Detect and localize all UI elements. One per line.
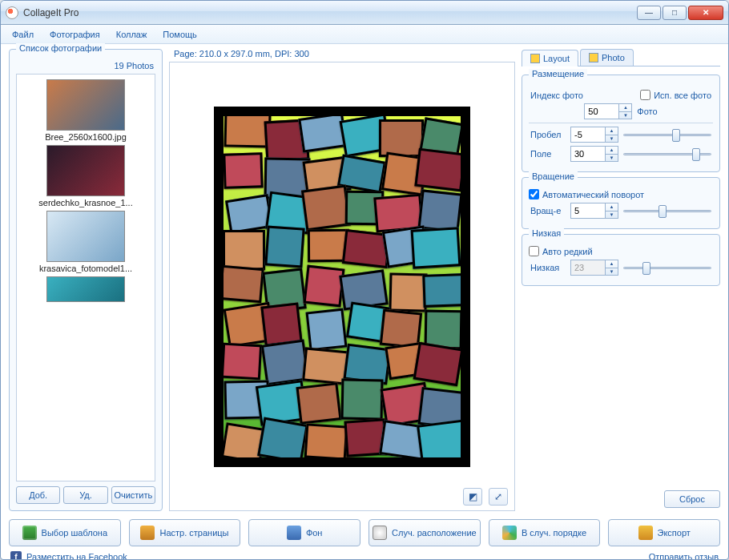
gap-input[interactable] <box>570 127 606 143</box>
tab-layout[interactable]: Layout <box>522 50 578 66</box>
background-icon <box>287 526 301 540</box>
spinner[interactable]: ▲▼ <box>606 203 618 219</box>
rotation-input[interactable] <box>570 203 606 219</box>
spinner[interactable]: ▲▼ <box>606 146 618 162</box>
page-info: Page: 210.0 x 297.0 mm, DPI: 300 <box>169 49 515 62</box>
facebook-icon: f <box>10 551 22 560</box>
sparse-input <box>570 260 606 276</box>
thumbnail-name: krasavica_fotomodel1... <box>18 264 153 273</box>
auto-sparse-checkbox[interactable]: Авто редкий <box>529 246 713 256</box>
collage-tile[interactable] <box>417 419 469 465</box>
app-window: CollageIt Pro — □ ✕ Файл Фотография Колл… <box>0 0 729 560</box>
spinner[interactable]: ▲▼ <box>606 127 618 143</box>
page-icon <box>140 526 155 540</box>
fit-icon[interactable]: ⤢ <box>489 488 508 506</box>
sparse-label: Низкая <box>530 263 566 272</box>
shuffle-button[interactable]: В случ. порядке <box>489 519 601 546</box>
collage-tile[interactable] <box>304 424 347 461</box>
add-button[interactable]: Доб. <box>16 486 60 504</box>
menu-collage[interactable]: Коллаж <box>110 28 154 41</box>
reset-button[interactable]: Сброс <box>664 490 720 508</box>
page-setup-button[interactable]: Настр. страницы <box>129 519 241 546</box>
crop-icon[interactable]: ◩ <box>463 488 482 506</box>
spinner[interactable]: ▲▼ <box>619 103 632 119</box>
photo-icon <box>589 53 598 62</box>
collage-canvas[interactable] <box>214 107 470 467</box>
canvas-area: ◩ ⤢ <box>169 62 515 511</box>
sparse-legend: Низкая <box>529 228 564 238</box>
collage-tile[interactable] <box>264 225 304 268</box>
list-item[interactable] <box>18 276 153 302</box>
collage-tile[interactable] <box>298 112 347 153</box>
layout-icon <box>530 54 540 63</box>
collage-tile[interactable] <box>389 273 428 312</box>
collage-tile[interactable] <box>221 343 262 381</box>
maximize-button[interactable]: □ <box>663 6 687 20</box>
random-layout-button[interactable]: Случ. расположение <box>369 519 481 546</box>
index-stepper[interactable]: ▲▼ <box>584 103 632 119</box>
auto-rotate-checkbox[interactable]: Автоматический поворот <box>529 189 713 199</box>
app-title: CollageIt Pro <box>23 7 79 18</box>
thumbnail <box>46 79 125 131</box>
template-button[interactable]: Выбор шаблона <box>9 519 121 546</box>
minimize-button[interactable]: — <box>637 6 661 20</box>
delete-button[interactable]: Уд. <box>63 486 107 504</box>
thumbnail-name: Bree_2560x1600.jpg <box>18 132 153 142</box>
index-input[interactable] <box>584 103 619 119</box>
photolist-scroll[interactable]: Bree_2560x1600.jpg serdechko_krasnoe_1..… <box>16 74 155 481</box>
collage-tile[interactable] <box>341 378 384 420</box>
thumbnail <box>46 211 125 262</box>
thumbnail <box>46 276 125 302</box>
collage-tile[interactable] <box>223 230 265 270</box>
use-all-checkbox[interactable]: Исп. все фото <box>640 90 711 100</box>
placement-group: Размещение Индекс фото Исп. все фото ▲▼ … <box>522 75 720 172</box>
collage-tile[interactable] <box>296 382 342 425</box>
list-item[interactable]: krasavica_fotomodel1... <box>18 211 153 273</box>
export-icon <box>638 526 653 540</box>
collage-tile[interactable] <box>411 227 461 269</box>
dice-icon <box>373 526 387 540</box>
bottombar: Выбор шаблона Настр. страницы Фон Случ. … <box>1 514 728 560</box>
export-button[interactable]: Экспорт <box>608 519 720 546</box>
app-icon <box>6 6 18 19</box>
margin-slider[interactable] <box>623 147 711 161</box>
gap-label: Пробел <box>530 130 566 139</box>
feedback-link[interactable]: Отправить отзыв <box>649 552 719 560</box>
collage-tile[interactable] <box>413 341 464 386</box>
index-label: Индекс фото <box>530 91 583 100</box>
close-button[interactable]: ✕ <box>688 6 723 20</box>
margin-input[interactable] <box>570 146 606 162</box>
menu-photo[interactable]: Фотография <box>43 28 107 41</box>
collage-tile[interactable] <box>304 264 345 307</box>
thumbnail-name: serdechko_krasnoe_1... <box>18 198 153 207</box>
collage-tile[interactable] <box>423 273 467 308</box>
list-item[interactable]: serdechko_krasnoe_1... <box>18 145 153 207</box>
list-item[interactable]: Bree_2560x1600.jpg <box>18 79 153 142</box>
collage-tile[interactable] <box>415 148 466 191</box>
settings-tabs: Layout Photo <box>522 49 720 66</box>
photolist-group: Список фотографии 19 Photos Bree_2560x16… <box>9 49 163 511</box>
shuffle-icon <box>502 526 517 540</box>
margin-stepper[interactable]: ▲▼ <box>570 146 618 162</box>
gap-stepper[interactable]: ▲▼ <box>570 127 618 143</box>
titlebar: CollageIt Pro — □ ✕ <box>1 1 728 25</box>
rotation-slider[interactable] <box>623 203 711 218</box>
index-suffix: Фото <box>637 107 657 116</box>
sparse-group: Низкая Авто редкий Низкая ▲▼ <box>522 234 720 286</box>
rotation-stepper[interactable]: ▲▼ <box>570 203 618 219</box>
collage-tile[interactable] <box>223 152 264 188</box>
sparse-slider <box>623 260 711 275</box>
gap-slider[interactable] <box>623 127 711 142</box>
background-button[interactable]: Фон <box>248 519 360 546</box>
collage-tile[interactable] <box>301 184 351 231</box>
clear-button[interactable]: Очистить <box>111 486 155 504</box>
collage-tile[interactable] <box>305 308 347 351</box>
menu-help[interactable]: Помощь <box>156 28 203 41</box>
thumbnail <box>46 145 125 196</box>
collage-tile[interactable] <box>219 265 264 303</box>
template-icon <box>22 526 37 540</box>
collage-tile[interactable] <box>257 417 308 464</box>
menu-file[interactable]: Файл <box>6 28 40 41</box>
facebook-link[interactable]: Разместить на Facebook <box>26 552 127 560</box>
tab-photo[interactable]: Photo <box>580 49 634 66</box>
